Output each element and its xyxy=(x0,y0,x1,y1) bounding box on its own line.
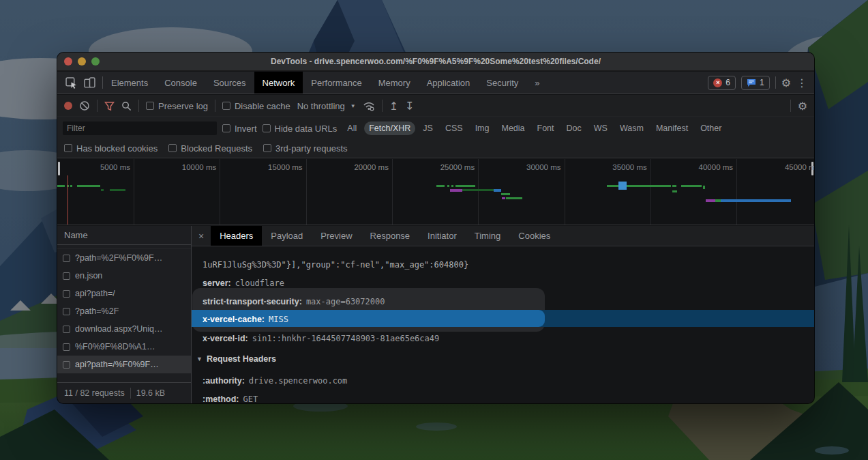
timeline-gridline xyxy=(392,159,393,225)
inspect-element-icon[interactable] xyxy=(65,77,77,89)
tab-elements[interactable]: Elements xyxy=(103,72,156,94)
request-row[interactable]: %F0%9F%8D%A1… xyxy=(57,338,191,356)
request-name: api?path=/%F0%9F… xyxy=(75,360,159,369)
filter-type-media[interactable]: Media xyxy=(496,121,529,135)
has-blocked-cookies-checkbox[interactable]: Has blocked cookies xyxy=(64,143,158,154)
filter-type-doc[interactable]: Doc xyxy=(562,121,586,135)
window-titlebar[interactable]: DevTools - drive.spencerwoo.com/%F0%9F%A… xyxy=(57,53,814,71)
filter-type-font[interactable]: Font xyxy=(533,121,559,135)
filter-input[interactable] xyxy=(63,121,217,135)
statusbar-separator xyxy=(130,388,131,399)
clear-network-log-icon[interactable] xyxy=(79,100,90,111)
request-row-selected[interactable]: api?path=/%F0%9F… xyxy=(57,356,191,373)
filter-type-all[interactable]: All xyxy=(342,121,361,135)
header-line-sts: strict-transport-security: max-age=63072… xyxy=(203,292,809,311)
invert-label: Invert xyxy=(235,124,257,134)
tab-performance[interactable]: Performance xyxy=(303,72,370,94)
timeline-left-handle[interactable] xyxy=(58,162,60,175)
waterfall-bar xyxy=(450,189,462,192)
import-har-icon[interactable]: ↥ xyxy=(389,100,398,113)
request-rows: ?path=%2F%F0%9F… en.json api?path=/ ?pat… xyxy=(57,246,191,382)
waterfall-bar xyxy=(502,197,505,199)
timeline-tick-label: 25000 ms xyxy=(440,163,475,171)
request-row[interactable]: en.json xyxy=(57,267,191,285)
tabbar-separator xyxy=(775,76,776,89)
request-row[interactable]: download.aspx?Uniq… xyxy=(57,320,191,338)
filter-type-fetch-xhr[interactable]: Fetch/XHR xyxy=(364,121,415,135)
checkbox-box xyxy=(222,102,230,110)
header-line-method: :method: GET xyxy=(203,390,809,403)
network-settings-gear-icon[interactable]: ⚙ xyxy=(798,100,807,113)
detail-tab-response[interactable]: Response xyxy=(361,226,419,246)
detail-tab-payload[interactable]: Payload xyxy=(262,226,312,246)
filter-type-img[interactable]: Img xyxy=(470,121,494,135)
triangle-collapse-icon: ▼ xyxy=(196,356,203,362)
header-line-x-vercel-id: x-vercel-id: sin1::hnkhr-1644507748903-8… xyxy=(203,329,809,347)
error-count-badge[interactable]: × 6 xyxy=(708,76,736,90)
third-party-requests-checkbox[interactable]: 3rd-party requests xyxy=(263,143,348,154)
preserve-log-checkbox[interactable]: Preserve log xyxy=(146,101,208,111)
checkbox-box[interactable] xyxy=(63,343,70,351)
filter-funnel-icon[interactable] xyxy=(104,101,115,111)
tab-sources[interactable]: Sources xyxy=(205,72,254,94)
kebab-menu-icon[interactable]: ⋮ xyxy=(796,76,807,89)
filter-type-wasm[interactable]: Wasm xyxy=(615,121,648,135)
header-value-overflow-line: 1uRF1JluSg%3D%3D"}],"group":"cf-nel","ma… xyxy=(203,255,809,274)
throttling-dropdown[interactable]: No throttling ▼ xyxy=(297,101,356,111)
filter-type-manifest[interactable]: Manifest xyxy=(651,121,693,135)
close-detail-icon[interactable]: × xyxy=(192,226,211,246)
request-list-statusbar: 11 / 82 requests 19.6 kB xyxy=(57,382,191,403)
waterfall-bar xyxy=(506,197,522,199)
timeline-gridline xyxy=(565,159,565,225)
checkbox-box[interactable] xyxy=(63,290,70,298)
hide-data-urls-checkbox[interactable]: Hide data URLs xyxy=(263,124,338,134)
detail-tab-headers[interactable]: Headers xyxy=(211,226,262,246)
network-conditions-icon[interactable] xyxy=(363,100,375,111)
invert-checkbox[interactable]: Invert xyxy=(222,124,257,134)
chevron-down-icon: ▼ xyxy=(350,103,356,109)
device-toolbar-icon[interactable] xyxy=(84,77,95,89)
detail-tab-preview[interactable]: Preview xyxy=(312,226,361,246)
request-row[interactable]: api?path=/ xyxy=(57,285,191,302)
checkbox-box xyxy=(263,124,271,132)
detail-tab-cookies[interactable]: Cookies xyxy=(509,226,559,246)
filter-type-css[interactable]: CSS xyxy=(440,121,468,135)
header-line-x-vercel-cache-selected[interactable]: x-vercel-cache: MISS xyxy=(203,310,809,328)
waterfall-bar xyxy=(462,189,494,191)
request-row[interactable]: ?path=%2F xyxy=(57,302,191,320)
tab-memory[interactable]: Memory xyxy=(370,72,419,94)
detail-tabbar: × Headers Payload Preview Response Initi… xyxy=(192,226,814,246)
request-row[interactable]: ?path=%2F%F0%9F… xyxy=(57,249,191,267)
search-icon[interactable] xyxy=(121,101,132,111)
request-name: download.aspx?Uniq… xyxy=(75,324,163,334)
timeline-overview[interactable]: 5000 ms10000 ms15000 ms20000 ms25000 ms3… xyxy=(57,159,814,225)
issues-count-badge[interactable]: 1 xyxy=(741,76,770,90)
timeline-tick-label: 5000 ms xyxy=(100,163,130,171)
record-network-log-button[interactable] xyxy=(64,102,72,110)
filter-type-other[interactable]: Other xyxy=(695,121,726,135)
disable-cache-checkbox[interactable]: Disable cache xyxy=(222,101,290,111)
checkbox-box[interactable] xyxy=(63,272,70,280)
blocked-requests-checkbox[interactable]: Blocked Requests xyxy=(168,143,252,154)
request-headers-section-toggle[interactable]: ▼ Request Headers xyxy=(196,351,276,367)
export-har-icon[interactable]: ↧ xyxy=(405,100,414,113)
tab-network[interactable]: Network xyxy=(254,72,303,94)
detail-tab-initiator[interactable]: Initiator xyxy=(419,226,466,246)
filter-type-ws[interactable]: WS xyxy=(589,121,612,135)
tab-console[interactable]: Console xyxy=(156,72,205,94)
detail-tab-timing[interactable]: Timing xyxy=(466,226,510,246)
tab-security[interactable]: Security xyxy=(478,72,526,94)
settings-gear-icon[interactable]: ⚙ xyxy=(781,76,791,89)
checkbox-box[interactable] xyxy=(63,361,70,369)
message-bubble-icon xyxy=(747,78,756,87)
request-list-header-name[interactable]: Name xyxy=(57,226,191,245)
timeline-tick-label: 20000 ms xyxy=(354,163,389,171)
checkbox-box[interactable] xyxy=(63,308,70,315)
checkbox-box[interactable] xyxy=(63,255,70,262)
request-type-filters: All Fetch/XHR JS CSS Img Media Font Doc … xyxy=(342,121,726,135)
tab-application[interactable]: Application xyxy=(419,72,479,94)
filter-type-js[interactable]: JS xyxy=(418,121,438,135)
has-blocked-cookies-label: Has blocked cookies xyxy=(76,143,158,154)
checkbox-box[interactable] xyxy=(63,326,70,333)
more-tabs-button[interactable]: » xyxy=(526,72,548,94)
